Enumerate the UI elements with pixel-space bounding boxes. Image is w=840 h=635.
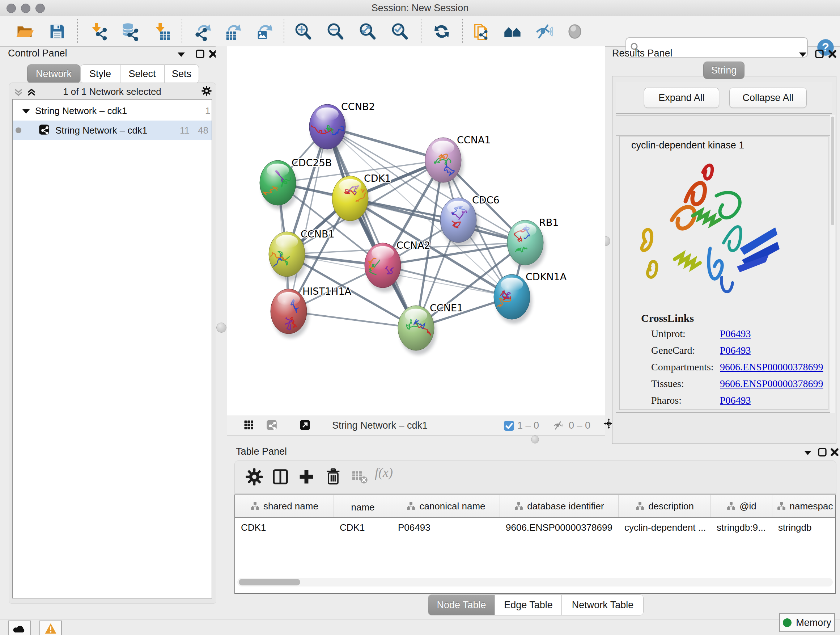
network-edge <box>327 127 416 328</box>
network-collection-label: String Network – cdk1 <box>35 105 127 117</box>
table-hscrollbar-thumb[interactable] <box>239 579 300 585</box>
protein-structure-image <box>631 158 801 306</box>
table-hscrollbar[interactable] <box>237 578 833 586</box>
network-edge-count: 48 <box>198 125 208 136</box>
show-columns-icon[interactable] <box>271 467 290 486</box>
crosslink-row: Compartments:9606.ENSP00000378699 <box>651 361 832 378</box>
network-canvas[interactable]: CCNB2CCNA1CDC25BCDK1CDC6RB1CCNB1CCNA2CDK… <box>227 46 605 416</box>
export-table-icon[interactable] <box>223 22 242 41</box>
table-settings-gear-icon[interactable] <box>245 467 264 486</box>
import-database-icon[interactable] <box>120 22 139 41</box>
node-label-CDK1: CDK1 <box>364 173 391 184</box>
tab-edge-table[interactable]: Edge Table <box>495 594 562 616</box>
network-view-title: String Network – cdk1 <box>332 420 428 431</box>
refresh-layout-icon[interactable] <box>432 22 451 41</box>
node-label-CCNB2: CCNB2 <box>341 101 375 112</box>
table-cell[interactable]: stringdb <box>772 518 836 537</box>
results-panel-close-icon[interactable] <box>827 49 838 59</box>
results-scrollbar[interactable] <box>830 115 835 413</box>
network-row-label: String Network – cdk1 <box>55 125 147 136</box>
gene-section-header[interactable]: CDK1 <box>616 115 832 136</box>
crosslink-label: Tissues: <box>651 378 684 389</box>
column-header-name[interactable]: name <box>334 497 392 518</box>
column-header-namespac[interactable]: namespac <box>772 495 836 517</box>
show-eye-icon[interactable] <box>565 22 584 41</box>
column-header--id[interactable]: @id <box>711 495 772 517</box>
control-panel-float-icon[interactable] <box>195 49 205 59</box>
delete-column-icon[interactable] <box>324 467 343 486</box>
detach-view-icon[interactable] <box>300 420 312 432</box>
tab-network-table[interactable]: Network Table <box>562 594 644 616</box>
zoom-fit-icon[interactable] <box>358 22 377 41</box>
bottom-splitter-knob[interactable] <box>531 435 539 443</box>
cloud-button[interactable] <box>8 621 31 635</box>
column-header-canonical-name[interactable]: canonical name <box>392 495 500 517</box>
tab-sets[interactable]: Sets <box>164 65 199 83</box>
import-network-icon[interactable] <box>89 22 108 41</box>
table-panel-float-icon[interactable] <box>817 447 828 458</box>
zoom-selected-icon[interactable] <box>390 22 409 41</box>
table-cell[interactable]: stringdb:9... <box>711 518 772 537</box>
table-cell[interactable]: 9606.ENSP00000378699 <box>500 518 619 537</box>
table-header-row: shared namename canonical name database … <box>235 495 836 518</box>
results-panel-menu-icon[interactable] <box>797 49 808 60</box>
add-column-icon[interactable] <box>297 467 316 486</box>
tab-string[interactable]: String <box>703 62 745 79</box>
column-header-description[interactable]: description <box>619 495 711 517</box>
node-label-HIST1H1A: HIST1H1A <box>302 286 352 297</box>
expand-all-button[interactable]: Expand All <box>644 88 719 108</box>
crosslink-row: Tissues:9606.ENSP00000378699 <box>651 378 832 394</box>
memory-button[interactable]: Memory <box>779 613 835 632</box>
network-list-toolbar: 1 of 1 Network selected <box>9 85 216 99</box>
network-type-icon[interactable] <box>266 420 279 432</box>
collapse-all-button[interactable]: Collapse All <box>729 88 807 108</box>
first-neighbors-icon[interactable] <box>503 22 522 41</box>
table-cell[interactable]: P06493 <box>392 518 500 537</box>
zoom-out-icon[interactable] <box>326 22 345 41</box>
crosslink-link[interactable]: P06493 <box>720 394 751 406</box>
crosslink-row: GeneCard:P06493 <box>651 345 832 361</box>
table-cell[interactable]: CDK1 <box>235 518 334 537</box>
toolbar-separator <box>421 19 422 43</box>
table-panel-close-icon[interactable] <box>829 447 840 458</box>
column-header-shared-name[interactable]: shared name <box>235 495 334 517</box>
crosslink-link[interactable]: 9606.ENSP00000378699 <box>720 378 823 390</box>
tab-style[interactable]: Style <box>80 65 120 83</box>
crosslink-link[interactable]: 9606.ENSP00000378699 <box>720 361 823 373</box>
tab-network[interactable]: Network <box>27 65 80 83</box>
selected-checkbox-icon[interactable] <box>504 420 514 431</box>
crosslink-label: GeneCard: <box>651 345 695 356</box>
hide-panel-icon[interactable] <box>534 22 553 41</box>
hidden-eye-icon[interactable] <box>553 420 565 432</box>
column-header-database-identifier[interactable]: database identifier <box>500 495 619 517</box>
crosslink-link[interactable]: P06493 <box>720 345 751 356</box>
network-options-gear-icon[interactable] <box>201 86 212 96</box>
control-panel-menu-icon[interactable] <box>176 49 187 60</box>
crosslink-label: Compartments: <box>651 361 714 372</box>
table-row[interactable]: CDK1CDK1P064939606.ENSP00000378699cyclin… <box>235 518 836 537</box>
import-table-icon[interactable] <box>152 22 171 41</box>
clone-network-icon[interactable] <box>472 22 491 41</box>
export-image-icon[interactable] <box>255 22 273 41</box>
left-splitter[interactable] <box>216 46 227 635</box>
results-panel-float-icon[interactable] <box>814 49 825 59</box>
control-panel-title: Control Panel <box>8 48 67 59</box>
table-cell[interactable]: cyclin-dependent ... <box>619 518 711 537</box>
save-session-icon[interactable] <box>48 22 66 41</box>
table-panel-menu-icon[interactable] <box>802 448 813 458</box>
collapse-triangle-icon[interactable] <box>21 106 29 115</box>
crosslink-link[interactable]: P06493 <box>720 328 751 340</box>
table-cell[interactable]: CDK1 <box>334 518 392 537</box>
tab-node-table[interactable]: Node Table <box>428 594 495 616</box>
network-row[interactable]: String Network – cdk1 11 48 <box>13 120 212 140</box>
open-folder-icon[interactable] <box>15 22 34 41</box>
zoom-in-icon[interactable] <box>294 22 313 41</box>
network-selection-status: 1 of 1 Network selected <box>9 86 216 97</box>
results-scrollbar-thumb[interactable] <box>831 117 834 225</box>
left-splitter-knob[interactable] <box>216 323 226 333</box>
warning-button[interactable] <box>39 621 62 635</box>
export-network-icon[interactable] <box>193 22 212 41</box>
tab-select[interactable]: Select <box>120 65 164 83</box>
birdseye-grid-icon[interactable] <box>243 420 256 432</box>
network-collection-row[interactable]: String Network – cdk1 1 <box>13 101 212 120</box>
